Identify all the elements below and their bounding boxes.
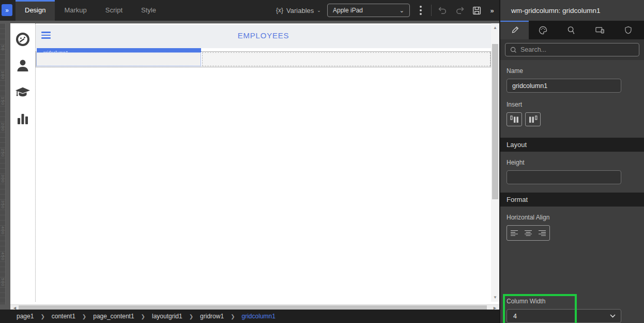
scroll-down-arrow[interactable]: ▼ [491, 295, 499, 300]
device-canvas: EMPLOYEES gridcolumn1 ▲ ▼ ◄ ► [10, 23, 499, 310]
tab-inspect[interactable] [557, 21, 586, 39]
tab-security[interactable] [614, 21, 642, 39]
page-title: EMPLOYEES [36, 31, 491, 40]
dashboard-gauge-icon[interactable] [15, 32, 30, 47]
name-input[interactable] [507, 79, 621, 93]
property-search-input[interactable] [520, 46, 634, 53]
layout-section-header: Layout [500, 138, 644, 152]
chevron-down-icon: ⌄ [317, 8, 321, 13]
column-width-select[interactable]: 4 [507, 309, 621, 323]
pencil-icon [510, 25, 519, 35]
selected-gridcolumn[interactable] [36, 52, 201, 66]
bar-chart-icon[interactable] [15, 111, 30, 126]
breadcrumb-item-gridrow1[interactable]: gridrow1 [200, 313, 224, 320]
shield-icon [624, 25, 633, 35]
breadcrumb: page1❯content1❯page_content1❯layoutgrid1… [0, 310, 499, 323]
vertical-scrollbar[interactable]: ▲ ▼ [491, 23, 499, 302]
gridrow-remaining-area[interactable] [202, 52, 490, 66]
redo-icon [455, 5, 465, 16]
breadcrumb-separator: ❯ [141, 314, 145, 319]
breadcrumb-separator: ❯ [82, 314, 86, 319]
page-canvas-area: EMPLOYEES gridcolumn1 [35, 23, 491, 302]
save-icon [472, 6, 482, 16]
align-right-icon [538, 230, 546, 236]
selected-widget-tag[interactable]: gridcolumn1 [37, 48, 201, 52]
property-search-box[interactable] [505, 43, 639, 56]
breadcrumb-separator: ❯ [40, 314, 44, 319]
name-label: Name [507, 67, 638, 75]
graduation-cap-icon[interactable] [15, 84, 30, 100]
breadcrumb-item-layoutgrid1[interactable]: layoutgrid1 [152, 313, 182, 320]
insert-column-before-icon [510, 115, 519, 123]
align-center-icon [524, 230, 532, 236]
tab-script[interactable]: Script [96, 0, 132, 21]
vertical-scroll-thumb[interactable] [492, 44, 498, 199]
chevron-down-icon: ⌄ [400, 7, 404, 14]
design-workspace: 50100150200250300350400450500 [0, 21, 499, 310]
variables-menu[interactable]: {x} Variables ⌄ [276, 0, 321, 21]
canvas-left-nav [10, 23, 35, 302]
panel-title: wm-gridcolumn: gridcolumn1 [500, 0, 644, 21]
breadcrumb-item-page_content1[interactable]: page_content1 [93, 313, 134, 320]
document-tabs: Design Markup Script Style [16, 0, 165, 21]
insert-column-after-icon [529, 115, 538, 123]
tab-style[interactable]: Style [132, 0, 165, 21]
insert-column-before-button[interactable] [507, 112, 522, 126]
tab-styles[interactable] [529, 21, 557, 39]
height-input[interactable] [507, 170, 621, 184]
wavemaker-studio: » Design Markup Script Style {x} Variabl… [0, 0, 644, 323]
chevron-down-icon [610, 314, 616, 318]
scroll-up-arrow[interactable]: ▲ [491, 25, 499, 30]
variables-icon: {x} [276, 7, 283, 14]
undo-button[interactable] [435, 0, 450, 21]
breadcrumb-separator: ❯ [231, 314, 235, 319]
palette-icon [538, 25, 548, 35]
insert-column-after-button[interactable] [525, 112, 541, 126]
property-search-row [500, 39, 644, 60]
column-width-label: Column Width [507, 298, 621, 305]
expand-left-panel-button[interactable]: » [2, 4, 12, 16]
insert-group: Insert [500, 96, 644, 133]
horizontal-align-group: Horizontal Align [500, 207, 644, 246]
page-header[interactable]: EMPLOYEES [36, 25, 491, 48]
insert-label: Insert [507, 101, 638, 108]
panel-tabs [500, 21, 644, 39]
more-options-button[interactable] [416, 0, 426, 21]
breadcrumb-item-gridcolumn1[interactable]: gridcolumn1 [242, 313, 275, 320]
device-selected-value: Apple iPad [333, 7, 363, 14]
align-right-button[interactable] [536, 226, 548, 240]
vertical-ruler: 50100150200250300350400450500 [0, 23, 6, 304]
search-icon [510, 47, 517, 53]
redo-button[interactable] [453, 0, 467, 21]
tab-properties[interactable] [500, 21, 529, 39]
devices-icon [595, 25, 605, 35]
tab-design[interactable]: Design [16, 0, 55, 21]
person-icon[interactable] [15, 58, 30, 74]
tab-devices[interactable] [586, 21, 614, 39]
align-left-icon [510, 230, 518, 236]
breadcrumb-item-content1[interactable]: content1 [52, 313, 75, 320]
top-toolbar: » Design Markup Script Style {x} Variabl… [0, 0, 499, 21]
format-section-header: Format [500, 193, 644, 207]
align-left-button[interactable] [508, 226, 520, 240]
breadcrumb-separator: ❯ [189, 314, 193, 319]
variables-label: Variables [286, 7, 314, 14]
undo-icon [437, 5, 448, 16]
horizontal-align-label: Horizontal Align [507, 214, 638, 221]
column-width-group: Column Width 4 [507, 298, 621, 323]
save-button[interactable] [469, 0, 484, 21]
collapse-right-panel-button[interactable]: » [486, 0, 498, 21]
align-center-button[interactable] [522, 226, 534, 240]
toolbar-divider [431, 5, 432, 16]
properties-panel: wm-gridcolumn: gridcolumn1 [499, 0, 644, 323]
device-preview-select[interactable]: Apple iPad ⌄ [327, 4, 410, 17]
height-label: Height [507, 159, 638, 166]
name-field-group: Name [500, 60, 644, 96]
inspect-icon [566, 25, 576, 35]
panel-body: Name Insert Layout Height F [500, 60, 644, 246]
breadcrumb-item-page1[interactable]: page1 [17, 313, 34, 320]
tab-markup[interactable]: Markup [55, 0, 96, 21]
column-width-value: 4 [513, 313, 517, 320]
height-field-group: Height [500, 152, 644, 187]
